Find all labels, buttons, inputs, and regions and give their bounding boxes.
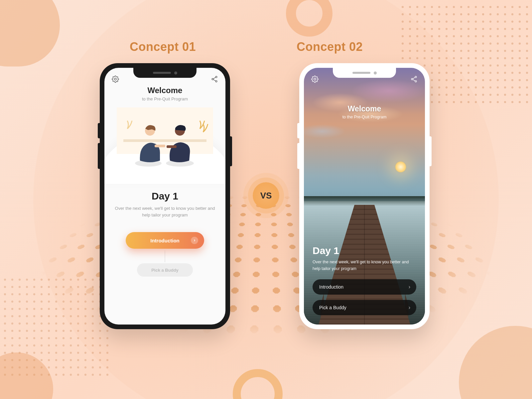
phone-concept-2: Welcome to the Pre-Quit Program Day 1 Ov…: [299, 63, 430, 329]
introduction-button[interactable]: Introduction ›: [313, 279, 416, 295]
pick-buddy-button-label: Pick a Buddy: [319, 305, 346, 310]
day-description: Over the next week, we'll get to know yo…: [114, 205, 216, 218]
bg-blob-top-left: [0, 0, 60, 66]
svg-rect-7: [123, 139, 206, 142]
svg-rect-10: [155, 145, 165, 147]
phone-concept-1: Welcome to the Pre-Quit Program: [100, 63, 230, 329]
svg-point-14: [314, 78, 316, 80]
share-icon[interactable]: [410, 75, 418, 83]
welcome-title: Welcome: [304, 104, 425, 113]
svg-point-15: [415, 76, 417, 78]
chevron-right-icon: [191, 237, 198, 244]
introduction-button-label: Introduction: [150, 238, 179, 243]
svg-line-19: [413, 79, 415, 81]
chevron-right-icon: ›: [409, 284, 410, 290]
vs-badge: VS: [253, 182, 279, 209]
pick-buddy-button[interactable]: Pick a Buddy: [137, 263, 193, 277]
svg-line-18: [413, 77, 415, 79]
introduction-button[interactable]: Introduction: [126, 232, 204, 249]
svg-point-17: [415, 80, 417, 82]
hero-illustration: [117, 107, 213, 171]
share-icon[interactable]: [211, 75, 218, 83]
concept-1-label: Concept 01: [130, 40, 196, 54]
svg-point-2: [212, 78, 213, 80]
gear-icon[interactable]: [311, 75, 319, 83]
svg-point-0: [114, 78, 116, 80]
phone-notch: [333, 68, 396, 78]
screen-concept-1: Welcome to the Pre-Quit Program: [104, 68, 225, 325]
svg-point-3: [215, 80, 217, 82]
svg-line-5: [213, 79, 216, 81]
welcome-subtitle: to the Pre-Quit Program: [304, 115, 425, 119]
concept-2-label: Concept 02: [297, 40, 363, 54]
step-connector: [165, 251, 165, 262]
svg-point-16: [411, 78, 413, 80]
chevron-right-icon: ›: [409, 305, 410, 311]
introduction-button-label: Introduction: [319, 284, 343, 290]
welcome-subtitle: to the Pre-Quit Program: [104, 96, 225, 101]
pick-buddy-button-label: Pick a Buddy: [151, 268, 179, 273]
svg-rect-13: [167, 145, 177, 148]
screen-concept-2: Welcome to the Pre-Quit Program Day 1 Ov…: [304, 68, 425, 325]
sun-icon: [395, 161, 407, 173]
gear-icon[interactable]: [112, 75, 119, 83]
day-description: Over the next week, we'll get to know yo…: [313, 259, 409, 272]
svg-point-1: [215, 76, 217, 78]
svg-line-4: [213, 77, 216, 79]
day-title: Day 1: [313, 245, 416, 256]
phone-notch: [133, 68, 197, 78]
welcome-title: Welcome: [104, 86, 225, 95]
pick-buddy-button[interactable]: Pick a Buddy ›: [313, 300, 416, 315]
day-title: Day 1: [104, 191, 225, 202]
